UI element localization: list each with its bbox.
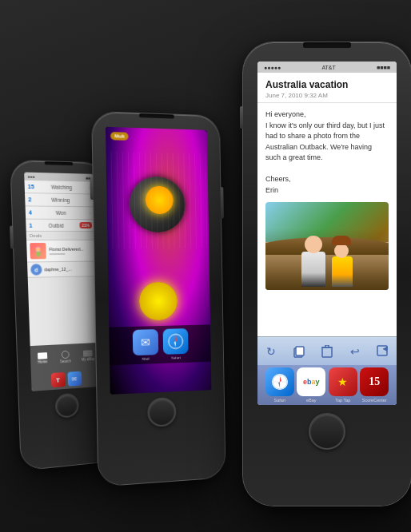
toolbar-reply[interactable]: ↩ (347, 343, 363, 359)
mail-date: June 7, 2010 9:32 AM (265, 92, 389, 99)
taptap-mult-label: Mult (110, 132, 129, 141)
mail-dock: Safari ebay eBay ★ (257, 365, 397, 405)
mail-screen: ●●●●● AT&T ■■■■ Australia vacation June … (257, 62, 397, 405)
mail-body-text: Hi everyone, I know it's only our third … (265, 109, 389, 196)
mail-photo (265, 202, 389, 290)
winning-count: 2 (28, 197, 31, 202)
ebay-tabs: Home Search My eBay (30, 343, 100, 372)
mail-subject: Australia vacation (265, 79, 389, 90)
outbid-badge: 21% (79, 222, 92, 228)
battery-right: ■■■■ (377, 65, 390, 70)
iphone-right: ●●●●● AT&T ■■■■ Australia vacation June … (243, 42, 411, 506)
deal-text: Florist Delivered... (49, 247, 93, 255)
ebay-screen: ●●● ■■ 15 Watching › 2 Winning › 4 Won (24, 173, 100, 391)
dock-safari[interactable]: Safari (265, 367, 294, 403)
app-mail-left[interactable]: ✉ (67, 371, 82, 387)
ebay-row-watching[interactable]: 15 Watching › (24, 181, 94, 195)
watching-label: Watching (51, 185, 73, 191)
status-bar-right: ●●●●● AT&T ■■■■ (257, 62, 397, 73)
tab-home[interactable]: Home (30, 345, 54, 372)
mail-header: Australia vacation June 7, 2010 9:32 AM (257, 73, 397, 103)
avatar-icon: d (30, 264, 42, 275)
speaker-middle (139, 113, 174, 119)
toolbar-trash[interactable] (319, 343, 335, 359)
outbid-label: Outbid (49, 222, 64, 228)
taptap-star (146, 186, 174, 214)
svg-rect-9 (322, 347, 332, 357)
app-taptap-left[interactable]: T (50, 372, 65, 387)
svg-rect-8 (296, 347, 304, 355)
dock-taptap[interactable]: ★ Tap Tap (329, 367, 357, 403)
winning-label: Winning (51, 197, 70, 203)
deal-thumb (30, 243, 46, 259)
ebay-row-won[interactable]: 4 Won › (26, 206, 95, 220)
bottom-apps-left: T ✉ (31, 367, 101, 391)
ebay-row-outbid[interactable]: 1 Outbid 21% (26, 220, 95, 232)
deals-section: Deals (26, 232, 96, 240)
phones-container: ●●● ■■ 15 Watching › 2 Winning › 4 Won (0, 18, 411, 514)
dock-taptap-label: Tap Tap (335, 398, 350, 403)
safari-compass-icon (168, 333, 184, 349)
dock-scorecenter[interactable]: 15 ScoreCenter (360, 367, 389, 403)
screen-middle: Mult ✉ Mail (106, 127, 212, 395)
signal-left: ●●● (27, 174, 34, 179)
screen-right: ●●●●● AT&T ■■■■ Australia vacation June … (257, 62, 397, 405)
speaker-left (45, 161, 73, 165)
carrier-right: AT&T (321, 65, 335, 70)
person-row[interactable]: d daphne_12_... (27, 261, 97, 277)
home-btn-middle[interactable] (147, 397, 176, 427)
safari-icon (270, 372, 289, 391)
won-count: 4 (29, 209, 32, 215)
taptap-app-row: ✉ Mail Safari (109, 324, 211, 365)
dock-ebay[interactable]: ebay eBay (297, 367, 325, 403)
home-btn-right[interactable] (309, 413, 345, 450)
dock-scorecenter-label: ScoreCenter (362, 398, 387, 403)
toolbar-refresh[interactable]: ↻ (263, 343, 279, 359)
speaker-right (303, 42, 351, 48)
dock-safari-label: Safari (274, 398, 285, 403)
photo-people (265, 228, 389, 290)
app-safari-middle[interactable]: Safari (163, 328, 189, 360)
won-label: Won (56, 210, 66, 216)
toolbar-compose[interactable] (375, 343, 391, 359)
ebay-row-winning[interactable]: 2 Winning › (25, 193, 94, 207)
svg-marker-16 (383, 347, 388, 351)
person-name: daphne_12_... (44, 267, 72, 272)
iphone-middle: Mult ✉ Mail (92, 112, 225, 486)
deal-item[interactable]: Florist Delivered... (26, 240, 96, 263)
app-mail-middle[interactable]: ✉ Mail (133, 329, 159, 361)
dock-ebay-label: eBay (306, 398, 317, 403)
mail-body: Hi everyone, I know it's only our third … (257, 103, 397, 336)
signal-right: ●●●●● (264, 65, 281, 70)
screen-left: ●●● ■■ 15 Watching › 2 Winning › 4 Won (24, 173, 100, 391)
toolbar-copy[interactable] (291, 343, 307, 359)
taptap-screen: Mult ✉ Mail (106, 127, 212, 395)
mail-toolbar: ↻ (257, 336, 397, 365)
svg-rect-14 (377, 346, 387, 355)
home-btn-left[interactable] (55, 393, 79, 419)
svg-marker-5 (174, 341, 176, 347)
watching-count: 15 (28, 184, 34, 189)
flower-icon (33, 245, 42, 256)
tab-search[interactable]: Search (54, 343, 78, 371)
outbid-count: 1 (29, 222, 32, 228)
